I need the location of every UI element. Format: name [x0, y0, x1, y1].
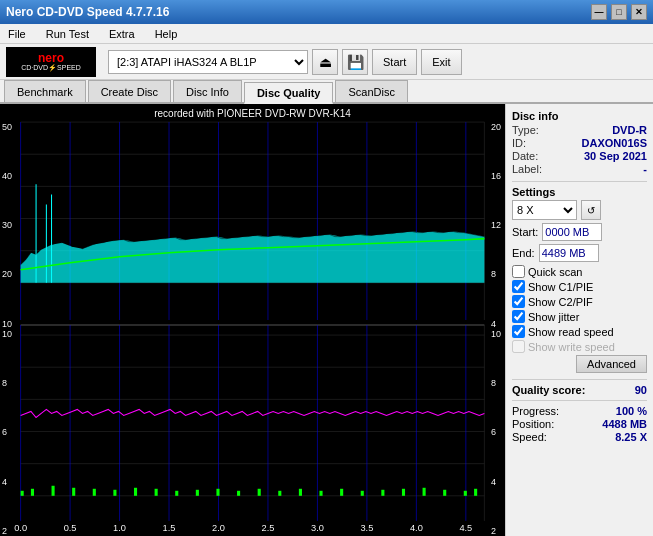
svg-text:4.0: 4.0: [410, 523, 423, 533]
show-read-speed-row: Show read speed: [512, 325, 647, 338]
svg-rect-51: [258, 489, 261, 496]
disc-type-label: Type:: [512, 124, 539, 136]
svg-rect-41: [52, 486, 55, 496]
window-title: Nero CD-DVD Speed 4.7.7.16: [6, 5, 169, 19]
end-mb-label: End:: [512, 247, 535, 259]
svg-rect-50: [237, 491, 240, 496]
tab-scandisc[interactable]: ScanDisc: [335, 80, 407, 102]
exit-button[interactable]: Exit: [421, 49, 461, 75]
divider-3: [512, 400, 647, 401]
start-button[interactable]: Start: [372, 49, 417, 75]
quality-score-value: 90: [635, 384, 647, 396]
close-button[interactable]: ✕: [631, 4, 647, 20]
svg-rect-52: [278, 491, 281, 496]
nero-logo-text: nero: [38, 52, 64, 64]
menu-file[interactable]: File: [4, 27, 30, 41]
tabs-bar: Benchmark Create Disc Disc Info Disc Qua…: [0, 80, 653, 104]
disc-date-row: Date: 30 Sep 2021: [512, 150, 647, 162]
svg-rect-45: [134, 488, 137, 496]
show-c2pif-row: Show C2/PIF: [512, 295, 647, 308]
speed-row: Speed: 8.25 X: [512, 431, 647, 443]
chart-area: recorded with PIONEER DVD-RW DVR-K14 50 …: [0, 104, 505, 536]
show-write-speed-checkbox[interactable]: [512, 340, 525, 353]
svg-rect-46: [155, 489, 158, 496]
menu-bar: File Run Test Extra Help: [0, 24, 653, 44]
svg-rect-60: [443, 490, 446, 496]
svg-text:1.0: 1.0: [113, 523, 126, 533]
nero-logo: nero CD·DVD⚡SPEED: [6, 47, 96, 77]
end-mb-input[interactable]: [539, 244, 599, 262]
title-bar-buttons: — □ ✕: [591, 4, 647, 20]
quality-score-row: Quality score: 90: [512, 384, 647, 396]
show-jitter-checkbox[interactable]: [512, 310, 525, 323]
tab-create-disc[interactable]: Create Disc: [88, 80, 171, 102]
y-axis-right-top: 20 16 12 8 4: [491, 122, 501, 329]
drive-select[interactable]: [2:3] ATAPI iHAS324 A BL1P: [108, 50, 308, 74]
svg-rect-59: [423, 488, 426, 496]
position-value: 4488 MB: [602, 418, 647, 430]
svg-text:3.5: 3.5: [360, 523, 373, 533]
start-mb-row: Start:: [512, 223, 647, 241]
show-c2pif-checkbox[interactable]: [512, 295, 525, 308]
svg-rect-44: [113, 490, 116, 496]
svg-rect-57: [381, 490, 384, 496]
minimize-button[interactable]: —: [591, 4, 607, 20]
svg-rect-62: [474, 489, 477, 496]
tab-benchmark[interactable]: Benchmark: [4, 80, 86, 102]
svg-marker-17: [21, 232, 485, 283]
show-write-speed-row: Show write speed: [512, 340, 647, 353]
disc-info-section: Disc info Type: DVD-R ID: DAXON016S Date…: [512, 110, 647, 175]
svg-text:2.0: 2.0: [212, 523, 225, 533]
tab-disc-info[interactable]: Disc Info: [173, 80, 242, 102]
main-content: recorded with PIONEER DVD-RW DVR-K14 50 …: [0, 104, 653, 536]
disc-id-row: ID: DAXON016S: [512, 137, 647, 149]
show-read-speed-label: Show read speed: [528, 326, 614, 338]
svg-rect-56: [361, 491, 364, 496]
disc-label-label: Label:: [512, 163, 542, 175]
position-row: Position: 4488 MB: [512, 418, 647, 430]
svg-text:1.5: 1.5: [163, 523, 176, 533]
svg-rect-43: [93, 489, 96, 496]
svg-rect-47: [175, 491, 178, 496]
quick-scan-checkbox[interactable]: [512, 265, 525, 278]
quality-score-label: Quality score:: [512, 384, 585, 396]
settings-section: Settings 8 X ↺ Start: End: Quick scan: [512, 186, 647, 373]
svg-rect-55: [340, 489, 343, 496]
toolbar: nero CD·DVD⚡SPEED [2:3] ATAPI iHAS324 A …: [0, 44, 653, 80]
show-read-speed-checkbox[interactable]: [512, 325, 525, 338]
svg-rect-42: [72, 488, 75, 496]
menu-extra[interactable]: Extra: [105, 27, 139, 41]
tab-disc-quality[interactable]: Disc Quality: [244, 82, 334, 104]
maximize-button[interactable]: □: [611, 4, 627, 20]
speed-value: 8.25 X: [615, 431, 647, 443]
show-c1pie-row: Show C1/PIE: [512, 280, 647, 293]
eject-icon[interactable]: ⏏: [312, 49, 338, 75]
svg-rect-49: [216, 489, 219, 496]
menu-help[interactable]: Help: [151, 27, 182, 41]
svg-rect-58: [402, 489, 405, 496]
disc-label-row: Label: -: [512, 163, 647, 175]
chart-svg: 0.0 0.5 1.0 1.5 2.0 2.5 3.0 3.5 4.0 4.5: [0, 104, 505, 536]
speed-label: Speed:: [512, 431, 547, 443]
title-bar: Nero CD-DVD Speed 4.7.7.16 — □ ✕: [0, 0, 653, 24]
speed-select[interactable]: 8 X: [512, 200, 577, 220]
y-axis-right-bottom: 10 8 6 4 2: [491, 329, 501, 536]
svg-text:0.5: 0.5: [64, 523, 77, 533]
svg-rect-48: [196, 490, 199, 496]
show-write-speed-label: Show write speed: [528, 341, 615, 353]
show-c1pie-label: Show C1/PIE: [528, 281, 593, 293]
disc-info-title: Disc info: [512, 110, 647, 122]
start-mb-input[interactable]: [542, 223, 602, 241]
svg-text:4.5: 4.5: [459, 523, 472, 533]
chart-title: recorded with PIONEER DVD-RW DVR-K14: [0, 108, 505, 119]
show-c1pie-checkbox[interactable]: [512, 280, 525, 293]
advanced-button[interactable]: Advanced: [576, 355, 647, 373]
svg-rect-39: [21, 491, 24, 496]
nero-logo-sub: CD·DVD⚡SPEED: [21, 64, 81, 71]
menu-run-test[interactable]: Run Test: [42, 27, 93, 41]
speed-row: 8 X ↺: [512, 200, 647, 220]
save-icon[interactable]: 💾: [342, 49, 368, 75]
disc-type-value: DVD-R: [612, 124, 647, 136]
refresh-icon[interactable]: ↺: [581, 200, 601, 220]
y-axis-left-bottom: 10 8 6 4 2: [2, 329, 12, 536]
